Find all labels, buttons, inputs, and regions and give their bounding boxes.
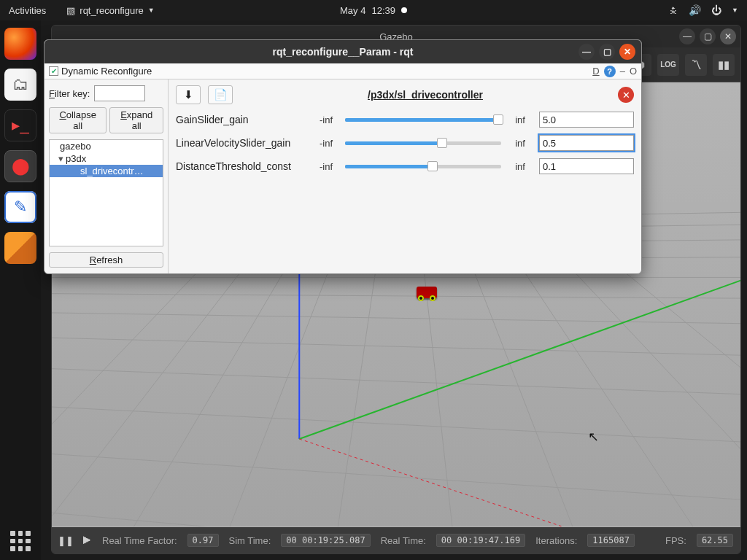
plot-icon[interactable]: 〽 xyxy=(685,54,707,76)
max-label: inf xyxy=(508,138,532,149)
mouse-cursor-icon: ↖ xyxy=(588,429,599,445)
chevron-down-icon[interactable]: ▼ xyxy=(732,7,738,14)
gazebo-status-bar: ❚❚ ⯈ Real Time Factor: 0.97 Sim Time: 00… xyxy=(52,527,740,553)
volume-icon[interactable]: 🔊 xyxy=(689,4,701,16)
app-menu-icon: ▧ xyxy=(66,5,75,16)
param-row-linvel: LinearVelocitySlider_gain -inf inf xyxy=(176,135,634,151)
maximize-button[interactable]: ▢ xyxy=(700,28,716,44)
param-label: GainSlider_gain xyxy=(176,114,307,125)
chevron-down-icon: ▼ xyxy=(148,7,155,14)
fps-value: 62.55 xyxy=(697,534,733,547)
rqt-window: rqt_reconfigure__Param - rqt — ▢ ✕ ✔ Dyn… xyxy=(44,39,642,274)
time-scrollbar[interactable] xyxy=(56,553,736,554)
param-value-dist[interactable] xyxy=(539,158,634,174)
filter-input[interactable] xyxy=(94,85,145,101)
gazebo-icon[interactable] xyxy=(4,232,36,264)
app-menu-label: rqt_reconfigure xyxy=(80,5,143,16)
load-button[interactable]: ⬇ xyxy=(176,85,201,104)
dock-checkbox[interactable]: ✔ xyxy=(49,66,58,76)
refresh-button[interactable]: Refresh xyxy=(49,252,163,268)
notification-dot-icon xyxy=(401,7,407,13)
step-button[interactable]: ⯈ xyxy=(82,535,92,546)
rqt-param-pane: ⬇ 📄 /p3dx/sl_drivecontroller ✕ GainSlide… xyxy=(169,79,641,273)
network-icon[interactable]: ⯢ xyxy=(668,4,678,16)
power-icon[interactable]: ⏻ xyxy=(711,4,721,16)
param-slider-gain[interactable] xyxy=(345,113,501,126)
param-slider-linvel[interactable] xyxy=(345,136,501,149)
tree-node-p3dx[interactable]: ▾p3dx xyxy=(50,152,163,165)
param-value-gain[interactable] xyxy=(539,112,634,128)
show-applications-button[interactable] xyxy=(0,531,41,551)
node-path-label: /p3dx/sl_drivecontroller xyxy=(240,89,611,101)
activities-button[interactable]: Activities xyxy=(9,5,46,16)
close-button[interactable]: ✕ xyxy=(619,44,635,60)
min-label: -inf xyxy=(314,138,338,149)
param-label: LinearVelocitySlider_gain xyxy=(176,137,307,149)
node-tree[interactable]: gazebo ▾p3dx sl_drivecontr… xyxy=(49,139,163,246)
undock-button[interactable]: O xyxy=(630,66,637,77)
terminal-icon[interactable]: ▸_ xyxy=(4,109,36,141)
maximize-button[interactable]: ▢ xyxy=(599,44,615,60)
tree-node-gazebo[interactable]: gazebo xyxy=(50,140,163,152)
time-label: 12:39 xyxy=(371,5,395,16)
close-button[interactable]: ✕ xyxy=(720,28,736,44)
fps-label: FPS: xyxy=(665,535,686,546)
param-label: DistanceThreshold_const xyxy=(176,160,307,172)
screen-recorder-icon[interactable]: ⬤ xyxy=(4,150,36,182)
text-editor-icon[interactable]: ✎ xyxy=(4,191,36,223)
minimize-button[interactable]: — xyxy=(679,28,695,44)
param-row-dist: DistanceThreshold_const -inf inf xyxy=(176,158,634,174)
max-label: inf xyxy=(508,114,532,125)
rqt-title: rqt_reconfigure__Param - rqt xyxy=(273,46,414,58)
dq-button[interactable]: D xyxy=(592,66,599,77)
simtime-label: Sim Time: xyxy=(229,535,271,546)
rtf-label: Real Time Factor: xyxy=(102,535,177,546)
max-label: inf xyxy=(508,161,532,172)
filter-label: Filter key: xyxy=(49,88,90,99)
rqt-left-pane: Filter key: Collapse all Expand all gaze… xyxy=(44,79,169,273)
rqt-dock-header: ✔ Dynamic Reconfigure D ? – O xyxy=(44,63,641,79)
save-button[interactable]: 📄 xyxy=(208,85,233,104)
firefox-icon[interactable] xyxy=(4,28,36,60)
param-value-linvel[interactable] xyxy=(539,135,634,151)
pause-button[interactable]: ❚❚ xyxy=(59,534,72,547)
param-slider-dist[interactable] xyxy=(345,160,501,173)
rqt-titlebar[interactable]: rqt_reconfigure__Param - rqt — ▢ ✕ xyxy=(44,40,641,63)
collapse-all-button[interactable]: Collapse all xyxy=(49,107,107,133)
rtf-value: 0.97 xyxy=(187,534,219,547)
minimize-button[interactable]: — xyxy=(578,44,595,60)
date-label: May 4 xyxy=(340,5,365,16)
log-icon[interactable]: LOG xyxy=(657,54,679,76)
ubuntu-dock: 🗂 ▸_ ⬤ ✎ xyxy=(0,20,41,560)
gnome-top-bar: Activities ▧ rqt_reconfigure ▼ May 4 12:… xyxy=(0,0,747,20)
param-row-gain: GainSlider_gain -inf inf xyxy=(176,112,634,128)
simtime-value: 00 00:19:25.087 xyxy=(281,534,370,547)
tree-node-sl-drivecontroller[interactable]: sl_drivecontr… xyxy=(50,165,163,177)
realtime-value: 00 00:19:47.169 xyxy=(436,534,525,547)
close-panel-button[interactable]: ✕ xyxy=(618,87,634,103)
files-icon[interactable]: 🗂 xyxy=(4,69,36,101)
clock-area[interactable]: May 4 12:39 xyxy=(340,5,407,16)
dock-title: Dynamic Reconfigure xyxy=(61,66,152,77)
collapse-icon[interactable]: ▾ xyxy=(57,153,64,164)
camera-icon[interactable]: ▮▮ xyxy=(713,54,735,76)
dock-minimize[interactable]: – xyxy=(620,66,625,77)
iterations-label: Iterations: xyxy=(535,535,577,546)
realtime-label: Real Time: xyxy=(381,535,426,546)
expand-all-button[interactable]: Expand all xyxy=(109,107,163,133)
robot-model[interactable] xyxy=(417,287,437,298)
help-icon[interactable]: ? xyxy=(604,66,616,77)
iterations-value: 1165087 xyxy=(587,534,635,547)
min-label: -inf xyxy=(314,114,338,125)
min-label: -inf xyxy=(314,161,338,172)
app-menu[interactable]: ▧ rqt_reconfigure ▼ xyxy=(66,5,154,16)
